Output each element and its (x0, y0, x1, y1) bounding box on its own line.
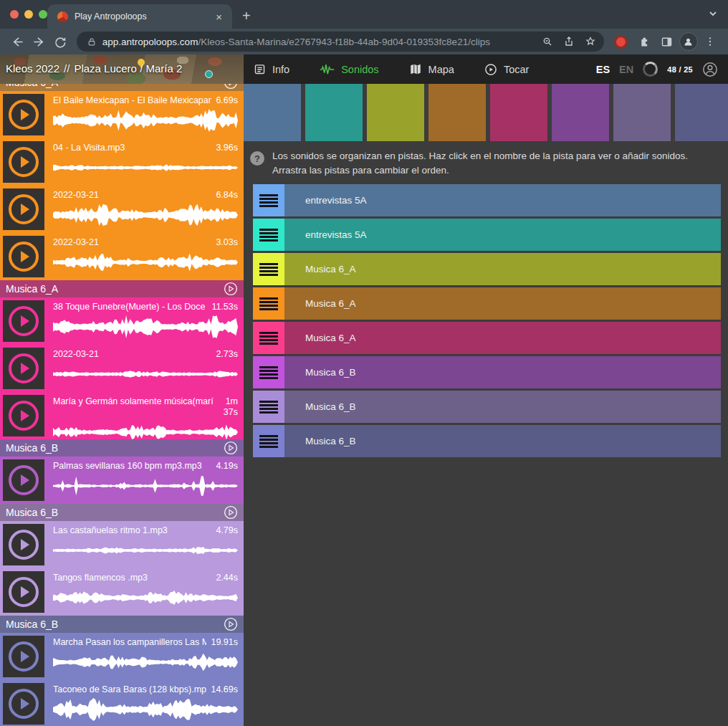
address-bar[interactable]: app.antropoloops.com /Kleos-Santa-Marina… (77, 32, 604, 52)
map-marker-icon (205, 70, 213, 78)
back-button[interactable] (7, 32, 29, 52)
share-icon[interactable] (558, 32, 580, 51)
profile-avatar[interactable] (679, 32, 698, 51)
bookmark-star-icon[interactable] (580, 32, 601, 51)
track-drag-handle[interactable] (253, 356, 284, 388)
clip-play-button[interactable] (3, 571, 44, 613)
lang-es-button[interactable]: ES (596, 64, 610, 75)
track-color-swatch (367, 84, 424, 141)
track-drag-handle[interactable] (253, 425, 284, 457)
track-row[interactable]: Musica 6_B (253, 391, 721, 423)
track-drag-handle[interactable] (253, 253, 284, 285)
track-play-button[interactable] (224, 282, 238, 296)
track-drag-handle[interactable] (253, 322, 284, 354)
clip-play-button[interactable] (3, 348, 44, 389)
track-drag-handle[interactable] (253, 219, 284, 251)
track-drag-handle[interactable] (253, 391, 284, 423)
clip-item[interactable]: 2022-03-216.84s (0, 186, 244, 233)
clip-waveform (53, 474, 238, 498)
account-icon[interactable] (702, 62, 718, 77)
clip-play-button[interactable] (3, 524, 44, 565)
browser-tab[interactable]: Play Antropoloops × (47, 4, 232, 29)
clip-item[interactable]: Palmas sevillanas 160 bpm mp3.mp34.19s (0, 457, 244, 504)
url-host: app.antropoloops.com (102, 37, 198, 47)
track-row-body[interactable]: Musica 6_B (284, 425, 721, 457)
loading-spinner-icon (643, 62, 658, 77)
kebab-menu-icon[interactable] (699, 32, 721, 52)
close-window-button[interactable] (10, 10, 19, 19)
nav-item-label: Sonidos (341, 64, 378, 75)
track-row[interactable]: entrevistas 5A (253, 184, 721, 216)
clip-play-button[interactable] (3, 395, 44, 436)
clip-play-button[interactable] (3, 188, 44, 230)
clip-duration: 2.44s (216, 573, 238, 583)
clip-play-button[interactable] (3, 636, 44, 677)
clip-title: 2022-03-21 (53, 190, 211, 201)
extensions-puzzle-icon[interactable] (633, 32, 655, 52)
track-row[interactable]: Musica 6_B (253, 356, 721, 388)
tab-strip: Play Antropoloops × + (0, 0, 728, 29)
breadcrumb-project[interactable]: Kleos 2022 (6, 62, 59, 75)
nav-item-tocar[interactable]: Tocar (484, 63, 529, 76)
track-row-body[interactable]: Musica 6_A (284, 322, 721, 354)
clip-item[interactable]: María y Germán solamente música(maría 2.… (0, 392, 244, 439)
track-row[interactable]: Musica 6_A (253, 287, 721, 320)
nav-item-info[interactable]: Info (254, 63, 289, 75)
clip-play-button[interactable] (3, 141, 44, 183)
track-row-body[interactable]: entrevistas 5A (284, 184, 721, 216)
nav-item-mapa[interactable]: Mapa (409, 63, 454, 75)
clip-item[interactable]: Las castañuelas ritmo 1.mp34.79s (0, 521, 244, 568)
track-play-button[interactable] (224, 84, 238, 90)
clip-item[interactable]: 2022-03-213.03s (0, 233, 244, 280)
record-extension-icon[interactable] (614, 35, 628, 49)
side-panel-icon[interactable] (656, 32, 678, 52)
clip-play-button[interactable] (3, 683, 44, 725)
lang-en-button[interactable]: EN (619, 64, 633, 75)
track-row-body[interactable]: Musica 6_A (284, 287, 721, 320)
forward-button[interactable] (29, 32, 50, 52)
clip-item[interactable]: 38 Toque Funebre(Muerte) - Los Doce Par.… (0, 297, 244, 345)
clip-play-button[interactable] (3, 300, 44, 342)
track-header[interactable]: Musica 6_A (0, 280, 244, 297)
track-row[interactable]: Musica 6_A (253, 253, 721, 285)
track-drag-handle[interactable] (253, 287, 284, 320)
tab-search-chevron-icon[interactable] (708, 9, 718, 22)
browser-toolbar: app.antropoloops.com /Kleos-Santa-Marina… (0, 29, 728, 54)
track-play-button[interactable] (224, 441, 238, 455)
clip-play-button[interactable] (3, 459, 44, 501)
clip-play-button[interactable] (3, 94, 44, 135)
track-play-button[interactable] (224, 617, 238, 631)
clip-play-button[interactable] (3, 236, 44, 277)
clip-item[interactable]: Taconeo de Sara Baras (128 kbps).mp314.6… (0, 680, 244, 726)
track-drag-handle[interactable] (253, 184, 284, 216)
track-header[interactable]: Musica 6_B (0, 439, 244, 457)
breadcrumb: Kleos 2022//Plaza Lucero / María 2 (6, 62, 182, 75)
track-header[interactable]: Musica 6_B (0, 504, 244, 521)
refresh-button[interactable] (49, 32, 71, 52)
clip-item[interactable]: 2022-03-212.73s (0, 345, 244, 392)
close-tab-icon[interactable]: × (213, 11, 225, 23)
breadcrumb-page[interactable]: Plaza Lucero / María 2 (74, 62, 182, 75)
clip-item[interactable]: Tangos flamencos .mp32.44s (0, 568, 244, 616)
track-row-body[interactable]: Musica 6_B (284, 356, 721, 388)
track-header[interactable]: Musica 6_A (0, 84, 244, 91)
track-row[interactable]: entrevistas 5A (253, 219, 721, 251)
track-row-body[interactable]: entrevistas 5A (284, 219, 721, 251)
minimize-window-button[interactable] (24, 10, 33, 19)
nav-item-sonidos[interactable]: Sonidos (320, 64, 378, 75)
track-row-body[interactable]: Musica 6_B (284, 391, 721, 423)
clip-waveform (53, 315, 238, 339)
zoom-window-button[interactable] (39, 10, 47, 19)
track-row-label: Musica 6_B (305, 367, 356, 378)
track-row[interactable]: Musica 6_B (253, 425, 721, 457)
zoom-level-icon[interactable] (537, 32, 558, 51)
track-row-label: Musica 6_B (305, 401, 356, 412)
track-header[interactable]: Musica 6_B (0, 616, 244, 633)
clip-item[interactable]: Marcha Pasan los campanilleros Las Mejor… (0, 633, 244, 680)
track-play-button[interactable] (224, 505, 238, 520)
clip-item[interactable]: 04 - La Visita.mp33.96s (0, 138, 244, 186)
clip-item[interactable]: El Baile Mexicapan - El Baile Mexicapan.… (0, 91, 244, 138)
track-row[interactable]: Musica 6_A (253, 322, 721, 354)
new-tab-button[interactable]: + (242, 8, 251, 24)
track-row-body[interactable]: Musica 6_A (284, 253, 721, 285)
